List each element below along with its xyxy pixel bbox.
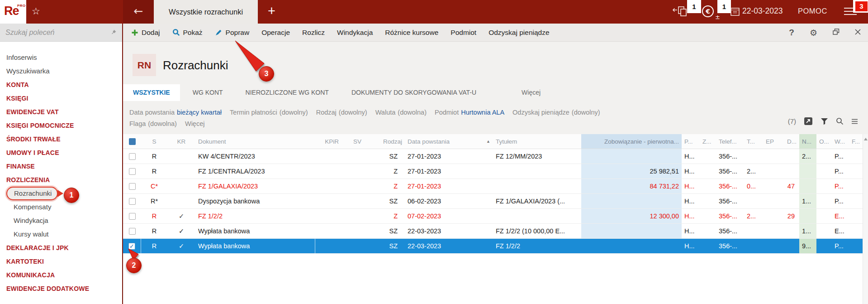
column-header-check[interactable] (123, 134, 141, 149)
table-row-5[interactable]: R✓FZ 1/2/2Z07-02-202312 300,00H...356-..… (123, 209, 868, 224)
rozlicz-button[interactable]: Rozlicz (302, 29, 325, 37)
tab-dokumenty-do-skorygowania-vat-u[interactable]: DOKUMENTY DO SKORYGOWANIA VAT-U (342, 84, 486, 101)
row-checkbox[interactable] (129, 153, 136, 160)
sidebar-item-ewidencje-vat[interactable]: EWIDENCJE VAT (0, 105, 122, 119)
odzyskaj-pieniadze-button[interactable]: Odzyskaj pieniądze (489, 29, 549, 37)
open-module-tab[interactable]: Wszystkie rozrachunki (154, 0, 258, 24)
column-header-o[interactable]: O... (816, 134, 832, 149)
list-menu-icon[interactable] (851, 119, 858, 124)
column-header-sv[interactable]: SV (342, 134, 364, 149)
tab-wszystkie[interactable]: WSZYSTKIE (123, 84, 180, 101)
column-header-s[interactable]: S (141, 134, 167, 149)
sidebar-item-kartoteki[interactable]: KARTOTEKI (0, 255, 122, 268)
column-header-d[interactable]: D... (780, 134, 799, 149)
roznice-kursowe-button[interactable]: Różnice kursowe (385, 29, 438, 37)
row-checkbox[interactable]: ✓ (128, 243, 135, 250)
sidebar-item-windykacja[interactable]: Windykacja (0, 214, 122, 227)
table-row-4[interactable]: R*Dyspozycja bankowaSZ06-02-2023FZ 1/GAL… (123, 194, 868, 209)
search-list-icon[interactable] (836, 117, 844, 125)
help-icon[interactable]: ? (789, 28, 794, 38)
column-header-kr[interactable]: KR (167, 134, 195, 149)
sidebar-item-rozrachunki[interactable]: Rozrachunki (6, 187, 58, 200)
table-row-1[interactable]: RKW 4/CENTR/2023SZ27-01-2023FZ 12/MM/202… (123, 149, 868, 164)
row-checkbox[interactable] (129, 198, 136, 205)
export-icon[interactable] (804, 117, 813, 125)
sidebar-item-deklaracje-i-jpk[interactable]: DEKLARACJE I JPK (0, 241, 122, 255)
filter-flaga[interactable]: Flaga(dowolna) (129, 120, 177, 130)
table-row-3[interactable]: C*FZ 1/GALAXIA/2023Z27-01-202384 731,22H… (123, 179, 868, 194)
filter-rodzaj[interactable]: Rodzaj(dowolny) (316, 109, 367, 119)
filter-funnel-icon[interactable] (821, 118, 828, 125)
sidebar-item-srodki-trwale[interactable]: ŚRODKI TRWAŁE (0, 132, 122, 146)
back-button[interactable]: ← (123, 0, 154, 24)
filter-wiecej[interactable]: Więcej (185, 120, 205, 130)
column-header-w[interactable]: W... (832, 134, 849, 149)
sidebar-item-ksiegi[interactable]: KSIĘGI (0, 92, 122, 105)
scroll-up-arrow[interactable] (864, 138, 868, 140)
help-menu[interactable]: POMOC (798, 7, 827, 15)
sidebar-item-ksiegi-pomocnicze[interactable]: KSIĘGI POMOCNICZE (0, 119, 122, 132)
cell-sv (342, 209, 364, 223)
column-header-dokument[interactable]: Dokument (195, 134, 315, 149)
new-tab-button[interactable]: + (268, 4, 275, 19)
calendar-icon[interactable] (730, 7, 740, 18)
cell-z (700, 224, 716, 238)
filter-odzyskaj-pieniadze[interactable]: Odzyskaj pieniądze(dowolny) (512, 109, 600, 119)
sidebar-item-umowy-i-place[interactable]: UMOWY I PŁACE (0, 146, 122, 159)
vertical-scrollbar[interactable] (863, 134, 868, 304)
close-icon[interactable] (855, 29, 861, 37)
sidebar-item-kompensaty[interactable]: Kompensaty (0, 200, 122, 214)
table-row-2[interactable]: RFZ 1/CENTRALA/2023Z27-01-202325 982,51H… (123, 164, 868, 179)
sidebar-item-kursy-walut[interactable]: Kursy walut (0, 227, 122, 241)
table-row-6[interactable]: R✓Wypłata bankowaSZ22-03-2023FZ 1/2/2 (1… (123, 224, 868, 239)
filter-waluta[interactable]: Waluta(dowolna) (375, 109, 427, 119)
tab-wiecej[interactable]: Więcej (512, 84, 550, 101)
row-checkbox[interactable] (129, 228, 136, 235)
dodaj-button[interactable]: Dodaj (131, 29, 160, 37)
search-input[interactable] (5, 26, 96, 39)
column-header-tytulem[interactable]: Tytułem (493, 134, 581, 149)
row-checkbox[interactable] (129, 183, 136, 190)
popraw-button[interactable]: Popraw (215, 29, 250, 37)
table-row-7[interactable]: ✓R✓Wypłata bankowaSZ22-03-2023FZ 1/2/2H.… (123, 239, 868, 254)
column-header-p[interactable]: P... (682, 134, 700, 149)
sidebar-item-ewidencje-dodatkowe[interactable]: EWIDENCJE DODATKOWE (0, 282, 122, 295)
row-checkbox[interactable] (129, 168, 136, 175)
column-header-kpir[interactable]: KPiR (315, 134, 342, 149)
app-logo[interactable]: Re PRO (0, 0, 26, 24)
select-all-checkbox[interactable] (129, 138, 136, 145)
filter-termin-platnosci[interactable]: Termin płatności(dowolny) (230, 109, 308, 119)
column-header-ep[interactable]: EP (763, 134, 780, 149)
top-bar: Re PRO ☆ ← Wszystkie rozrachunki + 1 € ±… (0, 0, 868, 24)
column-header-n[interactable]: N... (799, 134, 816, 149)
pokaz-button[interactable]: Pokaż (172, 29, 203, 37)
documents-return-icon[interactable] (672, 5, 688, 20)
sidebar-item-rozliczenia[interactable]: ROZLICZENIA (0, 173, 122, 187)
column-header-f[interactable]: F... (849, 134, 863, 149)
sidebar-item-finanse[interactable]: FINANSE (0, 159, 122, 173)
column-header-z[interactable]: Z... (700, 134, 716, 149)
column-header-zobowiazanie[interactable]: Zobowiązanie - pierwotna... (581, 134, 682, 149)
tab-nierozliczone-wg-kont[interactable]: NIEROZLICZONE WG KONT (236, 84, 339, 101)
tab-wg-kont[interactable]: WG KONT (183, 84, 233, 101)
favorites-star-icon[interactable]: ☆ (32, 6, 40, 17)
sidebar-item-wyszukiwarka[interactable]: Wyszukiwarka (0, 64, 122, 78)
row-checkbox[interactable] (129, 213, 136, 220)
sidebar-item-infoserwis[interactable]: Infoserwis (0, 51, 122, 64)
column-header-data[interactable]: Data powstania▲ (405, 134, 493, 149)
column-header-t[interactable]: T... (744, 134, 763, 149)
sidebar-item-komunikacja[interactable]: KOMUNIKACJA (0, 268, 122, 282)
column-header-telef[interactable]: Telef... (716, 134, 744, 149)
restore-window-icon[interactable] (833, 29, 840, 37)
filter-data-powstania[interactable]: Data powstaniabieżący kwartał (129, 109, 222, 119)
gear-icon[interactable]: ⚙ (810, 28, 817, 38)
current-date[interactable]: 22-03-2023 (742, 6, 783, 16)
column-header-rodzaj[interactable]: Rodzaj (364, 134, 405, 149)
podmiot-button[interactable]: Podmiot (451, 29, 476, 37)
operacje-button[interactable]: Operacje (261, 29, 290, 37)
pin-icon[interactable] (110, 29, 117, 38)
currency-icon[interactable]: € (702, 5, 714, 17)
windykacja-button[interactable]: Windykacja (337, 29, 373, 37)
filter-podmiot[interactable]: PodmiotHurtownia ALA (435, 109, 504, 119)
sidebar-item-konta[interactable]: KONTA (0, 78, 122, 92)
